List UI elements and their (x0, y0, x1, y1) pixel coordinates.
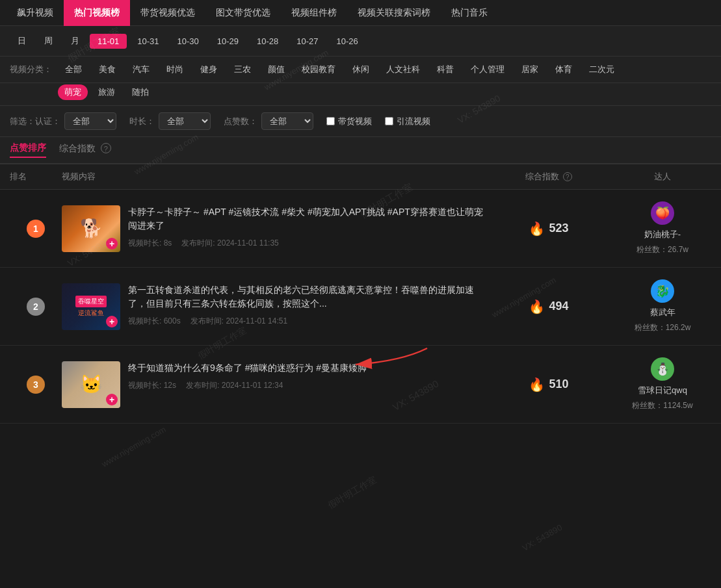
avatar-3[interactable]: ⛄ (651, 357, 674, 381)
period-day[interactable]: 日 (10, 32, 34, 49)
rank-cell-1: 1 (10, 220, 62, 238)
video-time-2: 发布时间: 2024-11-01 14:51 (190, 316, 287, 327)
top-nav: 飙升视频 热门视频榜 带货视频优选 图文带货优选 视频组件榜 视频关联搜索词榜 … (0, 0, 721, 26)
traffic-checkbox[interactable]: 引流视频 (385, 116, 430, 127)
video-duration-3: 视频时长: 12s (128, 380, 176, 391)
video-time-3: 发布时间: 2024-11-01 12:34 (186, 380, 283, 391)
author-cell-1: 🍑 奶油桃子- 粉丝数：26.7w (614, 201, 711, 255)
video-duration-1: 视频时长: 8s (128, 238, 172, 249)
cat-food[interactable]: 美食 (92, 62, 122, 77)
nav-item-2[interactable]: 带货视频优选 (130, 0, 205, 26)
author-cell-2: 🐉 蔡武年 粉丝数：126.2w (614, 279, 711, 333)
avatar-2[interactable]: 🐉 (651, 279, 674, 303)
rank-badge-3: 3 (27, 376, 45, 394)
fire-icon-1: 🔥 (529, 221, 545, 236)
date-1029[interactable]: 10-29 (209, 34, 246, 49)
add-icon-3[interactable]: + (106, 394, 118, 405)
likes-select[interactable]: 全部 (261, 112, 313, 130)
cat-travel[interactable]: 旅游 (92, 84, 122, 100)
commerce-checkbox-label: 带货视频 (338, 116, 372, 127)
nav-item-1[interactable]: 热门视频榜 (64, 0, 130, 26)
author-fans-2: 粉丝数：126.2w (635, 322, 691, 333)
cat-campus[interactable]: 校园教育 (295, 62, 342, 77)
score-value-1: 523 (549, 222, 568, 235)
likes-label: 点赞数： (224, 116, 257, 127)
commerce-checkbox-input[interactable] (326, 117, 335, 125)
video-title-1[interactable]: 卡脖子～卡脖子～ #APT #运镜技术流 #柴犬 #萌宠加入APT挑战 #APT… (128, 205, 484, 233)
cat-random[interactable]: 随拍 (125, 84, 155, 100)
filter-bar: 筛选：认证： 全部 时长： 全部 点赞数： 全部 带货视频 引流视频 (0, 106, 721, 137)
score-cell-3: 🔥 510 (484, 377, 614, 392)
cat-humanities[interactable]: 人文社科 (380, 62, 426, 77)
add-icon-2[interactable]: + (106, 316, 118, 327)
col-score: 综合指数 ? (484, 171, 614, 183)
cert-select[interactable]: 全部 (64, 112, 116, 130)
cat-car[interactable]: 汽车 (126, 62, 156, 77)
duration-label: 时长： (129, 116, 155, 127)
video-thumbnail-1[interactable]: 🐕 + (62, 205, 120, 252)
video-content-1: 🐕 + 卡脖子～卡脖子～ #APT #运镜技术流 #柴犬 #萌宠加入APT挑战 … (62, 205, 484, 252)
nav-item-6[interactable]: 热门音乐 (441, 0, 498, 26)
date-1030[interactable]: 10-30 (170, 34, 207, 49)
video-title-2[interactable]: 第一五转食道杀道的代表，与其相反的老六已经彻底逃离天意掌控！吞噬兽的进展加速了，… (128, 283, 484, 311)
col-author: 达人 (614, 171, 711, 183)
period-week[interactable]: 周 (36, 32, 60, 49)
video-info-2: 第一五转食道杀道的代表，与其相反的老六已经彻底逃离天意掌控！吞噬兽的进展加速了，… (128, 283, 484, 327)
video-thumbnail-2[interactable]: 吞噬星空 逆流鲨鱼 + (62, 283, 120, 330)
cert-filter: 筛选：认证： 全部 (10, 112, 116, 130)
cat-anime[interactable]: 二次元 (583, 62, 621, 77)
duration-filter: 时长： 全部 (129, 112, 211, 130)
author-fans-3: 粉丝数：1124.5w (632, 400, 692, 411)
period-month[interactable]: 月 (63, 32, 87, 49)
cat-fitness[interactable]: 健身 (194, 62, 224, 77)
cat-personal[interactable]: 个人管理 (464, 62, 511, 77)
cat-home[interactable]: 居家 (515, 62, 545, 77)
date-1027[interactable]: 10-27 (289, 34, 326, 49)
rank-badge-1: 1 (27, 220, 45, 238)
traffic-checkbox-input[interactable] (385, 117, 393, 125)
cat-science[interactable]: 科普 (430, 62, 460, 77)
video-title-3[interactable]: 终于知道猫为什么有9条命了 #猫咪的迷惑行为 #曼基康矮脚 (128, 361, 484, 375)
video-meta-1: 视频时长: 8s 发布时间: 2024-11-01 11:35 (128, 238, 484, 249)
date-1101[interactable]: 11-01 (90, 34, 127, 49)
cat-all[interactable]: 全部 (59, 62, 88, 77)
video-thumbnail-3[interactable]: 🐱 + (62, 361, 120, 408)
date-1031[interactable]: 10-31 (129, 34, 166, 49)
cat-leisure[interactable]: 休闲 (346, 62, 376, 77)
date-1026[interactable]: 10-26 (329, 34, 366, 49)
video-meta-3: 视频时长: 12s 发布时间: 2024-11-01 12:34 (128, 380, 484, 391)
author-fans-1: 粉丝数：26.7w (636, 244, 688, 255)
nav-item-3[interactable]: 图文带货优选 (205, 0, 281, 26)
author-cell-3: ⛄ 雪球日记qwq 粉丝数：1124.5w (614, 357, 711, 411)
cat-sannong[interactable]: 三农 (228, 62, 257, 77)
likes-filter: 点赞数： 全部 (224, 112, 313, 130)
cat-fashion[interactable]: 时尚 (160, 62, 190, 77)
sort-tab-likes[interactable]: 点赞排序 (10, 142, 46, 158)
cat-pets[interactable]: 萌宠 (58, 84, 88, 100)
fire-icon-2: 🔥 (529, 299, 545, 314)
score-cell-2: 🔥 494 (484, 299, 614, 314)
duration-select[interactable]: 全部 (159, 112, 211, 130)
cat-sports[interactable]: 体育 (549, 62, 579, 77)
commerce-checkbox[interactable]: 带货视频 (326, 116, 372, 127)
date-1028[interactable]: 10-28 (249, 34, 286, 49)
rank-cell-2: 2 (10, 298, 62, 316)
author-name-1[interactable]: 奶油桃子- (644, 229, 681, 240)
cat-face[interactable]: 颜值 (261, 62, 291, 77)
author-name-3[interactable]: 雪球日记qwq (638, 385, 687, 396)
avatar-1[interactable]: 🍑 (651, 201, 674, 225)
add-icon-1[interactable]: + (106, 238, 118, 249)
video-duration-2: 视频时长: 600s (128, 316, 181, 327)
score-value-3: 510 (549, 377, 568, 391)
col-rank: 排名 (10, 171, 62, 183)
nav-item-4[interactable]: 视频组件榜 (281, 0, 347, 26)
col-content: 视频内容 (62, 171, 484, 183)
sort-tab-composite[interactable]: 综合指数 ? (59, 143, 111, 157)
sort-row: 点赞排序 综合指数 ? (0, 137, 721, 164)
cert-label: 筛选：认证： (10, 116, 60, 127)
nav-item-0[interactable]: 飙升视频 (7, 0, 64, 26)
author-name-2[interactable]: 蔡武年 (650, 307, 675, 318)
rank-badge-2: 2 (27, 298, 45, 316)
nav-item-5[interactable]: 视频关联搜索词榜 (347, 0, 441, 26)
table-header: 排名 视频内容 综合指数 ? 达人 (0, 164, 721, 190)
